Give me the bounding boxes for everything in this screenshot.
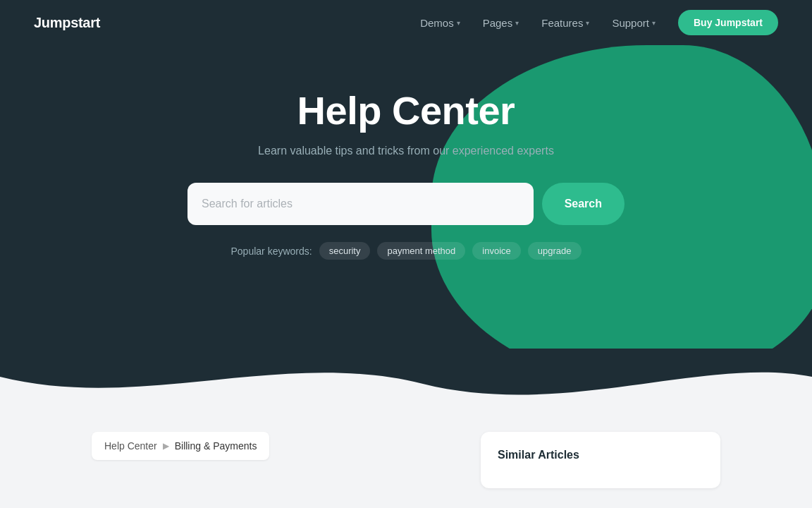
chevron-down-icon: ▾ xyxy=(652,19,656,27)
popular-keywords: Popular keywords: security payment metho… xyxy=(231,242,582,260)
buy-button[interactable]: Buy Jumpstart xyxy=(678,10,778,35)
nav-demos[interactable]: Demos ▾ xyxy=(420,17,460,29)
hero-content: Help Center Learn valuable tips and tric… xyxy=(34,87,778,260)
hero-subtitle: Learn valuable tips and tricks from our … xyxy=(258,145,554,157)
breadcrumb-separator: ▶ xyxy=(163,441,169,451)
chevron-down-icon: ▾ xyxy=(515,19,519,27)
search-bar: Search xyxy=(187,183,625,225)
navbar: Jumpstart Demos ▾ Pages ▾ Features ▾ Sup… xyxy=(0,0,812,45)
breadcrumb-home[interactable]: Help Center xyxy=(104,440,157,452)
chevron-down-icon: ▾ xyxy=(457,19,460,27)
keyword-upgrade[interactable]: upgrade xyxy=(528,242,582,260)
similar-articles-card: Similar Articles xyxy=(481,432,720,488)
breadcrumb-area: Help Center ▶ Billing & Payments xyxy=(92,432,453,488)
keyword-payment-method[interactable]: payment method xyxy=(377,242,465,260)
breadcrumb-current: Billing & Payments xyxy=(175,440,257,452)
breadcrumb: Help Center ▶ Billing & Payments xyxy=(92,432,269,460)
hero-section: Help Center Learn valuable tips and tric… xyxy=(0,45,812,349)
nav-support[interactable]: Support ▾ xyxy=(612,17,656,29)
popular-keywords-label: Popular keywords: xyxy=(231,246,312,257)
search-button[interactable]: Search xyxy=(542,183,625,225)
nav-features[interactable]: Features ▾ xyxy=(541,17,589,29)
logo[interactable]: Jumpstart xyxy=(34,15,100,31)
nav-pages[interactable]: Pages ▾ xyxy=(483,17,519,29)
nav-links: Demos ▾ Pages ▾ Features ▾ Support ▾ Buy… xyxy=(420,10,778,35)
keyword-security[interactable]: security xyxy=(319,242,371,260)
search-input[interactable] xyxy=(187,183,534,225)
wave-divider xyxy=(0,349,812,405)
chevron-down-icon: ▾ xyxy=(586,19,589,27)
hero-title: Help Center xyxy=(297,87,515,133)
keyword-invoice[interactable]: invoice xyxy=(472,242,520,260)
bottom-section: Help Center ▶ Billing & Payments Similar… xyxy=(0,404,812,508)
similar-articles-title: Similar Articles xyxy=(498,449,703,461)
